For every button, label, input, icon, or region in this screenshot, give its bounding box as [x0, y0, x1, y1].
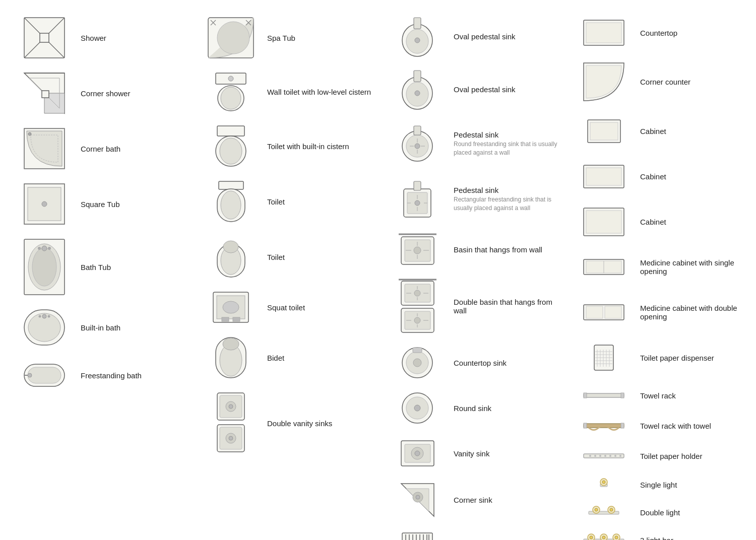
svg-rect-143	[586, 306, 603, 318]
toilet2-item: Toilet	[197, 229, 383, 285]
svg-point-73	[415, 144, 420, 149]
hamper-icon	[387, 530, 448, 541]
toilet-builtin-item: Toilet with built-in cistern	[197, 118, 383, 174]
toilet-builtin-icon	[201, 123, 261, 169]
single-light-label: Single light	[634, 481, 752, 489]
med-cabinet-double-label: Medicine cabinet with double opening	[634, 304, 752, 321]
svg-rect-5	[42, 91, 49, 98]
double-basin-item: Double basin that hangs from wall	[383, 272, 570, 340]
column-1: Shower Corner shower	[10, 10, 197, 540]
med-cabinet-double-icon	[574, 302, 634, 322]
svg-point-17	[48, 247, 51, 250]
corner-bath-label: Corner bath	[75, 145, 193, 153]
toilet-paper-dispenser-label: Toilet paper dispenser	[634, 354, 752, 362]
basin-wall-label: Basin that hangs from wall	[448, 245, 565, 254]
med-cabinet-single-item: Medicine cabinet with single opening	[570, 244, 756, 290]
bidet-label: Bidet	[261, 354, 379, 362]
svg-rect-40	[219, 181, 243, 189]
svg-rect-50	[233, 317, 240, 321]
squat-toilet-icon	[201, 290, 261, 325]
corner-counter-label: Corner counter	[634, 78, 752, 86]
svg-point-6	[28, 132, 31, 136]
svg-point-20	[42, 314, 46, 318]
freestanding-bath-icon	[14, 360, 75, 390]
svg-rect-3	[40, 33, 49, 42]
basin-wall-item: Basin that hangs from wall	[383, 227, 570, 272]
bath-tub-label: Bath Tub	[75, 263, 193, 272]
svg-rect-136	[586, 168, 621, 185]
towel-rack-label: Towel rack	[634, 391, 752, 400]
svg-point-172	[602, 481, 605, 484]
countertop-sink-item: Countertop sink	[383, 340, 570, 385]
svg-rect-49	[222, 317, 229, 321]
svg-rect-132	[586, 23, 621, 43]
wall-toilet-icon	[201, 71, 261, 113]
towel-rack-towel-item: Towel rack with towel	[570, 411, 756, 441]
svg-rect-160	[584, 423, 587, 428]
corner-shower-item: Corner shower	[10, 65, 197, 121]
pedestal-sink-rect-item: Pedestal sink Rectangular freestanding s…	[383, 171, 570, 227]
3-light-bar-icon	[574, 533, 634, 541]
main-grid: Shower Corner shower	[10, 10, 746, 540]
svg-point-11	[42, 201, 47, 207]
svg-point-121	[416, 495, 420, 499]
double-vanity-icon	[201, 390, 261, 456]
pedestal-sink-round-label: Pedestal sink Round freestanding sink th…	[448, 130, 565, 157]
double-basin-icon	[387, 277, 448, 335]
bidet-item: Bidet	[197, 330, 383, 385]
double-light-item: Double light	[570, 499, 756, 526]
round-sink-icon	[387, 390, 448, 426]
double-vanity-item: Double vanity sinks	[197, 385, 383, 461]
single-light-icon	[574, 478, 634, 493]
toilet-paper-holder-icon	[574, 450, 634, 461]
towel-rack-item: Towel rack	[570, 380, 756, 411]
towel-rack-icon	[574, 390, 634, 401]
svg-rect-122	[402, 533, 432, 541]
svg-point-65	[415, 38, 420, 43]
pedestal-sink-rect-icon	[387, 179, 448, 219]
svg-point-111	[413, 359, 421, 367]
svg-point-57	[229, 404, 233, 409]
svg-point-36	[228, 76, 233, 81]
double-basin-label: Double basin that hangs from wall	[448, 298, 565, 315]
corner-counter-item: Corner counter	[570, 55, 756, 108]
countertop-sink-icon	[387, 345, 448, 380]
svg-point-28	[217, 22, 249, 54]
basin-wall-icon	[387, 232, 448, 267]
svg-point-81	[415, 200, 420, 206]
oval-pedestal-sink1-icon	[387, 15, 448, 58]
hamper-item: Hamper	[383, 524, 570, 540]
built-in-bath-label: Built-in bath	[75, 323, 193, 332]
countertop-sink-label: Countertop sink	[448, 359, 565, 367]
svg-rect-134	[590, 122, 618, 140]
squat-toilet-item: Squat toilet	[197, 285, 383, 330]
svg-rect-112	[413, 348, 422, 353]
svg-rect-161	[621, 423, 624, 428]
corner-sink-icon	[387, 481, 448, 519]
cabinet3-icon	[574, 206, 634, 238]
med-cabinet-single-label: Medicine cabinet with single opening	[634, 258, 752, 276]
column-2: Spa Tub Wall toilet with low-level ciste…	[197, 10, 383, 540]
svg-point-180	[590, 536, 593, 539]
corner-bath-item: Corner bath	[10, 121, 197, 176]
svg-point-166	[604, 455, 606, 457]
wall-toilet-label: Wall toilet with low-level cistern	[261, 88, 379, 96]
svg-rect-37	[217, 126, 244, 136]
svg-point-53	[223, 338, 239, 350]
shower-item: Shower	[10, 10, 197, 65]
svg-point-69	[415, 91, 420, 96]
cabinet2-label: Cabinet	[634, 172, 752, 181]
cabinet2-item: Cabinet	[570, 154, 756, 199]
corner-shower-label: Corner shower	[75, 89, 193, 98]
corner-shower-icon	[14, 71, 75, 116]
oval-pedestal-sink2-item: Oval pedestal sink	[383, 63, 570, 116]
built-in-bath-item: Built-in bath	[10, 302, 197, 353]
oval-pedestal-sink2-icon	[387, 68, 448, 111]
svg-point-168	[614, 455, 616, 457]
double-vanity-label: Double vanity sinks	[261, 419, 379, 428]
toilet-builtin-label: Toilet with built-in cistern	[261, 142, 379, 151]
svg-point-175	[595, 508, 598, 511]
3-light-bar-label: 3 light bar	[634, 536, 752, 540]
towel-rack-towel-label: Towel rack with towel	[634, 422, 752, 430]
svg-point-177	[610, 508, 613, 511]
